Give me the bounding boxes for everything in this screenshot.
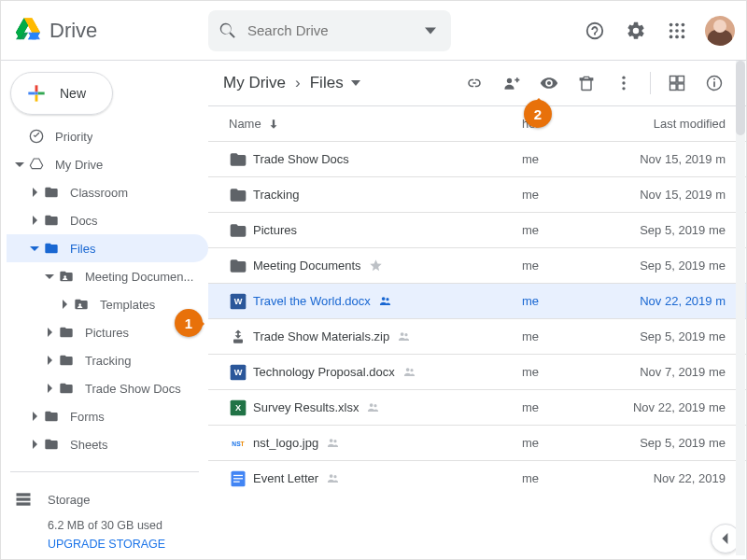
sidebar-item-meeting-documen-[interactable]: Meeting Documen...	[7, 262, 208, 290]
file-row[interactable]: Meeting DocumentsmeSep 5, 2019 me	[208, 247, 746, 283]
search-bar[interactable]	[208, 10, 451, 51]
file-row[interactable]: Trade Show Materials.zipmeSep 5, 2019 me	[208, 318, 746, 354]
breadcrumb-separator-icon: ›	[295, 74, 301, 92]
file-row[interactable]: XSurvey Results.xlsxmeNov 22, 2019 me	[208, 389, 746, 425]
product-name: Drive	[49, 19, 97, 43]
sidebar-item-mydrive[interactable]: My Drive	[7, 150, 208, 178]
tree-label: Templates	[100, 298, 155, 312]
sidebar-item-files[interactable]: Files	[7, 234, 208, 262]
svg-point-21	[78, 303, 81, 306]
file-row[interactable]: Trade Show DocsmeNov 15, 2019 m	[208, 141, 746, 176]
breadcrumb-files[interactable]: Files	[310, 74, 360, 92]
new-button[interactable]: New	[10, 72, 113, 115]
expander-icon[interactable]	[27, 412, 42, 421]
sidebar-item-trade-show-docs[interactable]: Trade Show Docs	[7, 374, 208, 402]
sidebar-item-tracking[interactable]: Tracking	[7, 346, 208, 374]
img-icon: NST	[229, 434, 253, 453]
svg-point-38	[381, 297, 385, 301]
expander-icon[interactable]	[27, 244, 42, 253]
column-name[interactable]: Name	[229, 117, 522, 131]
chevron-down-icon	[351, 78, 360, 88]
account-avatar[interactable]	[705, 16, 735, 46]
scrollbar-thumb[interactable]	[736, 61, 745, 135]
file-owner: me	[522, 152, 625, 166]
share-button[interactable]	[495, 66, 529, 100]
get-link-button[interactable]	[458, 66, 491, 100]
svg-text:T: T	[241, 440, 245, 446]
sidebar-item-forms[interactable]: Forms	[7, 402, 208, 430]
svg-rect-35	[713, 78, 715, 80]
file-name: Meeting Documents	[253, 259, 522, 273]
file-owner: me	[522, 223, 625, 237]
file-row[interactable]: Event LettermeNov 22, 2019	[208, 460, 746, 496]
folder-icon	[42, 409, 61, 424]
file-row[interactable]: NSTnst_logo.jpgmeSep 5, 2019 me	[208, 425, 746, 460]
search-input[interactable]	[247, 22, 425, 38]
svg-rect-31	[670, 84, 677, 91]
column-modified[interactable]: Last modified	[625, 117, 726, 131]
trash-button[interactable]	[570, 66, 603, 100]
file-row[interactable]: WTravel the World.docxmeNov 22, 2019 m	[208, 283, 746, 318]
svg-rect-19	[35, 92, 38, 95]
folder-icon	[229, 257, 253, 275]
folder-icon	[229, 150, 253, 169]
sidebar-item-storage[interactable]: Storage	[14, 485, 195, 513]
folder-icon	[42, 241, 61, 256]
apps-button[interactable]	[658, 12, 696, 49]
folder-icon	[57, 325, 76, 340]
svg-point-42	[405, 333, 408, 336]
expander-icon[interactable]	[27, 188, 42, 197]
svg-rect-56	[233, 474, 243, 475]
sidebar-item-docs[interactable]: Docs	[7, 206, 208, 234]
expander-icon[interactable]	[42, 272, 57, 281]
svg-point-20	[63, 275, 66, 278]
file-name: Trade Show Docs	[253, 152, 522, 166]
expander-icon[interactable]	[57, 300, 72, 309]
gdoc-icon	[229, 469, 253, 488]
file-modified: Nov 7, 2019 me	[625, 365, 726, 379]
more-button[interactable]	[607, 66, 641, 100]
tree-label: Classroom	[70, 186, 128, 200]
storage-section: Storage 6.2 MB of 30 GB used UPGRADE STO…	[10, 471, 199, 551]
details-button[interactable]	[698, 66, 731, 100]
expander-icon[interactable]	[42, 356, 57, 365]
folder-icon	[42, 437, 61, 452]
annotation-1: 1	[175, 309, 203, 337]
search-dropdown-icon[interactable]	[425, 25, 436, 36]
svg-point-53	[330, 439, 333, 442]
file-name: Technology Proposal.docx	[253, 365, 522, 379]
sidebar-item-sheets[interactable]: Sheets	[7, 430, 208, 458]
svg-point-11	[675, 22, 679, 26]
file-row[interactable]: WTechnology Proposal.docxmeNov 7, 2019 m…	[208, 354, 746, 389]
svg-point-16	[669, 35, 673, 38]
expander-icon[interactable]	[27, 440, 42, 449]
new-label: New	[60, 86, 86, 101]
sidebar-item-classroom[interactable]: Classroom	[7, 178, 208, 206]
file-owner: me	[522, 259, 625, 273]
help-button[interactable]	[576, 12, 613, 49]
expander-icon[interactable]	[27, 216, 42, 225]
svg-rect-29	[670, 77, 677, 83]
svg-point-54	[334, 440, 337, 442]
column-headers: Name her Last modified	[208, 105, 746, 141]
sidebar-item-priority[interactable]: Priority	[7, 122, 208, 150]
upgrade-storage-link[interactable]: UPGRADE STORAGE	[14, 538, 195, 551]
svg-point-10	[669, 22, 673, 26]
file-row[interactable]: PicturesmeSep 5, 2019 me	[208, 212, 746, 247]
sidebar: New Priority My Drive ClassroomDocsFiles…	[1, 61, 208, 560]
grid-view-button[interactable]	[660, 66, 694, 100]
svg-point-12	[682, 22, 685, 26]
expander-icon[interactable]	[42, 328, 57, 337]
expander-icon[interactable]	[42, 384, 57, 393]
svg-point-18	[682, 35, 685, 38]
svg-rect-34	[713, 81, 715, 87]
logo-area[interactable]: Drive	[14, 17, 208, 45]
file-row[interactable]: TrackingmeNov 15, 2019 m	[208, 176, 746, 212]
file-modified: Nov 22, 2019 m	[625, 294, 726, 308]
svg-point-60	[334, 475, 337, 478]
breadcrumb-mydrive[interactable]: My Drive	[223, 74, 286, 92]
tree-label: Forms	[70, 410, 105, 424]
settings-button[interactable]	[617, 12, 655, 49]
svg-point-46	[410, 369, 413, 371]
svg-text:W: W	[234, 368, 243, 377]
